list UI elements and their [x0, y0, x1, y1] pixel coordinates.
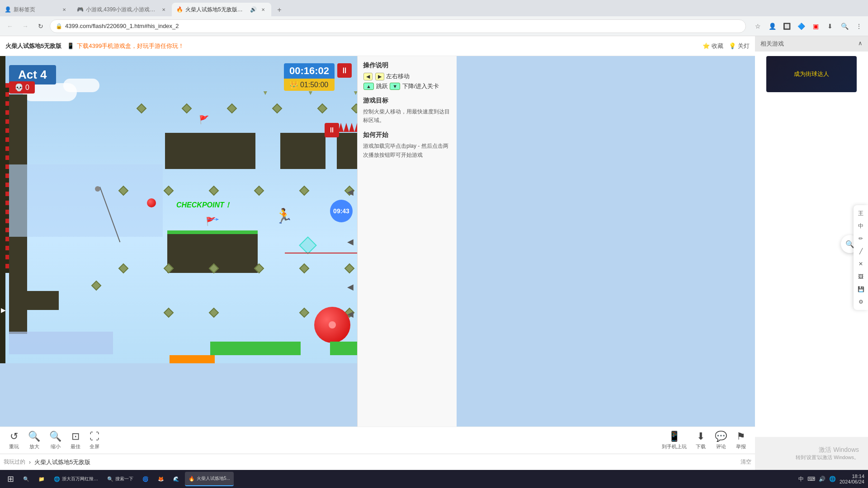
fullscreen-label: 全屏: [90, 443, 99, 450]
audio-icon[interactable]: 🔊: [250, 6, 257, 13]
tray-zh: 中: [798, 475, 804, 483]
forward-button[interactable]: →: [19, 20, 32, 33]
pause-button-main[interactable]: ⏸: [337, 63, 352, 78]
game-ad[interactable]: 成为街球达人: [766, 56, 857, 92]
taskbar-browser2[interactable]: 🌀: [139, 472, 152, 486]
pause-button[interactable]: ⏸: [325, 123, 339, 137]
comment-label: 评论: [716, 443, 726, 450]
new-tab-button[interactable]: +: [273, 4, 286, 16]
ad-text: 成为街球达人: [794, 70, 829, 78]
toolbar-mobile[interactable]: 📱 到手机上玩: [662, 431, 687, 450]
search-icon-bar[interactable]: 🔍: [839, 21, 850, 32]
toolbar-download[interactable]: ⬇ 下载: [696, 431, 706, 450]
anno-save[interactable]: 💾: [855, 284, 866, 295]
start-button[interactable]: ⊞: [4, 472, 18, 486]
current-time: 00:16:02: [284, 63, 335, 79]
pause-icon: ⏸: [328, 126, 335, 134]
ie-icon: 🌐: [54, 476, 60, 482]
game-active-close[interactable]: ✕: [259, 6, 267, 13]
url-bar[interactable]: 🔒 4399.com/flash/220690_1.htm#his_index_…: [50, 19, 746, 33]
green-platform-bottom-2: [330, 342, 357, 355]
tab-game-list[interactable]: 🎮 小游戏,4399小游戏,小游戏大全 ✕: [72, 3, 172, 16]
taskbar-firefox[interactable]: 🦊: [154, 472, 168, 486]
extension-icon1[interactable]: 🔲: [781, 21, 792, 32]
toolbar-report[interactable]: ⚑ 举报: [736, 431, 746, 450]
left-expand-arrow[interactable]: ▶: [1, 306, 6, 314]
saw-blade-large: [314, 307, 350, 343]
taskbar-browser1[interactable]: 🌐 浙大百万网红辣椒粉...: [50, 472, 102, 486]
taskbar-search[interactable]: 🔍: [19, 472, 33, 486]
orange-block: [170, 355, 215, 363]
breadcrumb-sep: ›: [29, 459, 31, 465]
platform-upper-2: [280, 133, 326, 169]
content-area: 火柴人试炼地5无敌版 📱 下载4399手机游戏盒，好玩手游任你玩！ ⭐ 收藏 💡…: [0, 36, 868, 470]
game-icon-taskbar: 🔥: [189, 476, 195, 482]
extension-icon3[interactable]: ▣: [810, 21, 821, 32]
anno-line[interactable]: ╱: [855, 246, 866, 257]
download-label: 下载: [696, 443, 706, 450]
green-top-2: [217, 230, 253, 234]
clear-button[interactable]: 清空: [741, 458, 751, 466]
game-active-favicon: 🔥: [176, 6, 183, 13]
chrome-icon: 🌀: [142, 476, 149, 482]
game-list-favicon: 🎮: [77, 6, 83, 13]
game-list-close[interactable]: ✕: [160, 6, 167, 13]
collect-button[interactable]: ⭐ 收藏: [703, 42, 723, 50]
blue-bottom-left: [9, 332, 68, 354]
header-right: ⭐ 收藏 💡 关灯: [703, 42, 750, 50]
game-canvas[interactable]: 🚩 ⏸ 🚩 CHECKPOINT！ →: [0, 56, 357, 363]
start-section: 如何开始 游戏加载完毕点击play - 然后点击两次播放按钮即可开始游戏: [363, 131, 451, 159]
anno-image[interactable]: 🖼: [855, 271, 866, 282]
toolbar-best[interactable]: ⊡ 最佳: [71, 431, 80, 450]
taskbar-file-explorer[interactable]: 📁: [35, 472, 48, 486]
related-collapse-icon[interactable]: ∧: [858, 40, 863, 48]
blue-bottom-2: [68, 332, 113, 354]
toolbar-replay[interactable]: ↺ 重玩: [9, 431, 19, 450]
profile-icon[interactable]: 👤: [767, 21, 778, 32]
skull-icon: 💀: [14, 83, 24, 92]
anno-eraser[interactable]: ✕: [855, 258, 866, 269]
taskbar-game-item[interactable]: 🔥 火柴人试炼地5...: [185, 472, 234, 486]
platform-lower-left: [9, 291, 59, 310]
time-display: 18:14: [852, 474, 864, 479]
toolbar-fullscreen[interactable]: ⛶ 全屏: [90, 431, 99, 450]
green-platform-bottom-1: [210, 342, 301, 355]
anno-pen[interactable]: ✏: [855, 233, 866, 244]
download-icon[interactable]: ⬇: [825, 21, 835, 32]
windows-logo-icon: ⊞: [7, 474, 14, 484]
start-title: 如何开始: [363, 131, 451, 139]
taskbar-edge[interactable]: 🌊: [170, 472, 183, 486]
taskbar-right: 中 ⌨ 🔊 🌐 18:14 2024/06/24: [798, 474, 864, 484]
extension-icon2[interactable]: 🔷: [796, 21, 807, 32]
bookmark-icon[interactable]: ☆: [752, 21, 763, 32]
anno-text[interactable]: 王: [855, 208, 866, 219]
tray-keyboard: ⌨: [807, 476, 815, 482]
mobile-icon-toolbar: 📱: [668, 431, 680, 442]
light-button[interactable]: 💡 关灯: [729, 42, 750, 50]
settings-icon[interactable]: ⋮: [854, 21, 864, 32]
timer-circle: 09:43: [330, 200, 353, 222]
toolbar-comment[interactable]: 💬 评论: [715, 431, 727, 450]
new-tab-close[interactable]: ✕: [61, 6, 68, 13]
toolbar-zoom-in[interactable]: 🔍 放大: [28, 431, 40, 450]
refresh-button[interactable]: ↻: [34, 20, 47, 33]
mobile-label: 到手机上玩: [662, 443, 687, 450]
platform-upper-3: [337, 133, 357, 169]
browser-window: 👤 新标签页 ✕ 🎮 小游戏,4399小游戏,小游戏大全 ✕ 🔥 火柴人试炼地5…: [0, 0, 868, 488]
move-binding: ◀ ▶ 左右移动: [363, 72, 451, 80]
tab-new-tab[interactable]: 👤 新标签页 ✕: [0, 3, 72, 16]
game-toolbar: ↺ 重玩 🔍 放大 🔍 缩小 ⊡ 最佳 ⛶ 全屏: [0, 427, 755, 454]
address-bar: ← → ↻ 🔒 4399.com/flash/220690_1.htm#his_…: [0, 16, 868, 36]
toolbar-zoom-out[interactable]: 🔍 缩小: [49, 431, 61, 450]
anno-cursor[interactable]: 中: [855, 221, 866, 231]
left-arrow-key: ◀: [363, 73, 373, 80]
stickman-character: 🏃: [275, 207, 293, 225]
back-button[interactable]: ←: [4, 20, 16, 33]
anno-settings[interactable]: ⚙: [855, 296, 866, 307]
left-wall-stripes: [5, 83, 9, 273]
right-arrow-key: ▶: [375, 73, 384, 80]
taskbar-search-btn[interactable]: 🔍 搜索一下: [104, 472, 137, 486]
top-arrow-3: ▲: [353, 90, 357, 97]
tab-game-active[interactable]: 🔥 火柴人试炼地5无敌版_火柴... 🔊 ✕: [172, 3, 271, 16]
related-title: 相关游戏: [760, 40, 784, 48]
